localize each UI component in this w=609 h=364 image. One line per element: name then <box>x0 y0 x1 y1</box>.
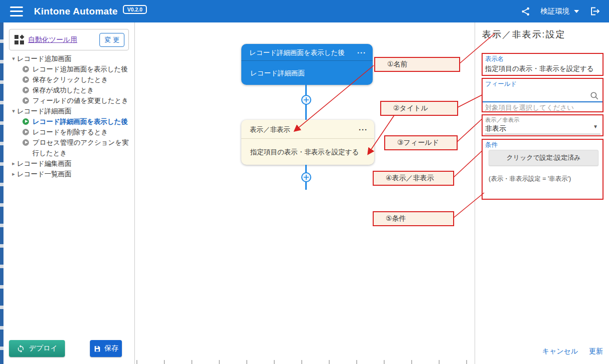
app-icon <box>14 35 24 44</box>
left-edge-scrollbar <box>0 22 3 364</box>
panel-footer: キャンセル 更新 <box>542 347 603 356</box>
tree-item[interactable]: 保存をクリックしたとき <box>3 74 134 85</box>
tree-group-record-add[interactable]: ▾ レコード追加画面 <box>3 53 134 64</box>
add-step-button[interactable] <box>300 94 312 106</box>
field-placeholder: 対象項目を選択してください <box>485 103 574 112</box>
node-menu-icon[interactable]: ··· <box>357 44 366 62</box>
input-underline <box>483 101 603 102</box>
environment-label: 検証環境 <box>541 6 570 16</box>
annotation-title: ②タイトル <box>380 101 458 116</box>
input-underline <box>485 134 601 134</box>
display-name-field[interactable]: 表示名 指定項目の表示・非表示を設定する <box>482 53 604 76</box>
visibility-dropdown[interactable]: 表示／非表示 非表示 ▼ <box>482 114 604 136</box>
search-icon[interactable] <box>590 91 599 102</box>
tree-item[interactable]: レコード追加画面を表示した後 <box>3 64 134 74</box>
trigger-node[interactable]: レコード詳細画面を表示した後 ··· レコード詳細画面 <box>241 44 373 85</box>
tree-item[interactable]: プロセス管理のアクションを実行したとき <box>3 137 134 158</box>
action-node-header[interactable]: 表示／非表示 ··· <box>241 120 374 139</box>
deploy-button[interactable]: デプロイ <box>9 340 65 357</box>
app-title: Kintone Automate <box>34 6 118 17</box>
caret-right-icon[interactable]: ▸ <box>10 169 17 179</box>
event-icon <box>22 76 29 83</box>
caret-down-icon[interactable]: ▾ <box>10 53 17 64</box>
settings-panel: 表示／非表示:設定 表示名 指定項目の表示・非表示を設定する フィールド 対象項… <box>475 22 609 364</box>
event-tree: ▾ レコード追加画面 レコード追加画面を表示した後 保存をクリックしたとき 保存… <box>3 53 134 179</box>
condition-set-button[interactable]: クリックで設定:設定済み <box>489 150 599 166</box>
menu-icon[interactable] <box>10 6 23 16</box>
visibility-value[interactable]: 非表示 <box>483 124 603 133</box>
panel-title: 表示／非表示:設定 <box>482 28 566 40</box>
visibility-label: 表示／非表示 <box>483 115 603 124</box>
tree-group-record-edit[interactable]: ▸ レコード編集画面 <box>3 158 134 169</box>
sidebar-footer: デプロイ 保存 <box>3 340 134 357</box>
sidebar: 自動化ツール用 変 更 ▾ レコード追加画面 レコード追加画面を表示した後 保存… <box>3 22 135 364</box>
field-select[interactable]: フィールド 対象項目を選択してください <box>482 78 604 112</box>
floppy-icon <box>93 345 101 353</box>
app-selector: 自動化ツール用 変 更 <box>9 29 129 50</box>
field-label: フィールド <box>483 79 603 88</box>
event-icon <box>22 66 29 72</box>
annotation-field: ③フィールド <box>384 135 458 150</box>
version-badge: V0.2.0 <box>123 5 147 14</box>
event-icon <box>22 129 29 135</box>
tree-item[interactable]: 保存が成功したとき <box>3 85 134 95</box>
annotation-condition: ⑤条件 <box>373 211 454 226</box>
tree-item[interactable]: レコードを削除するとき <box>3 127 134 137</box>
add-step-button[interactable] <box>300 171 312 183</box>
annotation-visibility: ④表示／非表示 <box>373 171 454 186</box>
change-app-button[interactable]: 変 更 <box>99 33 124 47</box>
event-icon <box>22 87 29 93</box>
condition-label: 条件 <box>483 140 603 149</box>
app-link[interactable]: 自動化ツール用 <box>28 35 77 44</box>
cancel-link[interactable]: キャンセル <box>542 347 578 356</box>
node-menu-icon[interactable]: ··· <box>359 120 368 140</box>
trigger-node-header[interactable]: レコード詳細画面を表示した後 ··· <box>241 44 373 61</box>
event-icon-active <box>22 118 29 125</box>
display-name-value[interactable]: 指定項目の表示・非表示を設定する <box>483 63 603 73</box>
action-node[interactable]: 表示／非表示 ··· 指定項目の表示・非表示を設定する <box>241 120 374 165</box>
tree-item-selected[interactable]: レコード詳細画面を表示した後 <box>3 116 134 127</box>
dropdown-caret-icon[interactable]: ▼ <box>593 124 598 129</box>
share-icon[interactable] <box>521 6 531 16</box>
condition-section: 条件 クリックで設定:設定済み (表示・非表示設定 = '非表示') <box>482 139 604 200</box>
trigger-node-body[interactable]: レコード詳細画面 <box>241 61 373 84</box>
top-app-bar: Kintone Automate V0.2.0 検証環境 <box>0 0 609 22</box>
sync-icon <box>16 345 25 353</box>
action-node-body[interactable]: 指定項目の表示・非表示を設定する <box>241 139 374 164</box>
save-button[interactable]: 保存 <box>90 340 122 357</box>
condition-expression: (表示・非表示設定 = '非表示') <box>489 175 571 183</box>
tree-group-record-list[interactable]: ▸ レコード一覧画面 <box>3 169 134 179</box>
tree-item[interactable]: フィールドの値を変更したとき <box>3 95 134 106</box>
tree-group-record-detail[interactable]: ▾ レコード詳細画面 <box>3 106 134 116</box>
caret-down-icon[interactable]: ▾ <box>10 106 17 116</box>
display-name-label: 表示名 <box>483 54 603 63</box>
event-icon <box>22 97 29 104</box>
event-icon <box>22 139 29 146</box>
caret-right-icon[interactable]: ▸ <box>10 158 17 169</box>
logout-icon[interactable] <box>589 6 601 16</box>
chevron-down-icon <box>574 10 579 13</box>
annotation-name: ①名前 <box>374 57 460 72</box>
flow-canvas: レコード詳細画面を表示した後 ··· レコード詳細画面 表示／非表示 ··· 指… <box>135 22 475 364</box>
environment-switcher[interactable]: 検証環境 <box>541 6 579 16</box>
update-link[interactable]: 更新 <box>589 347 603 356</box>
